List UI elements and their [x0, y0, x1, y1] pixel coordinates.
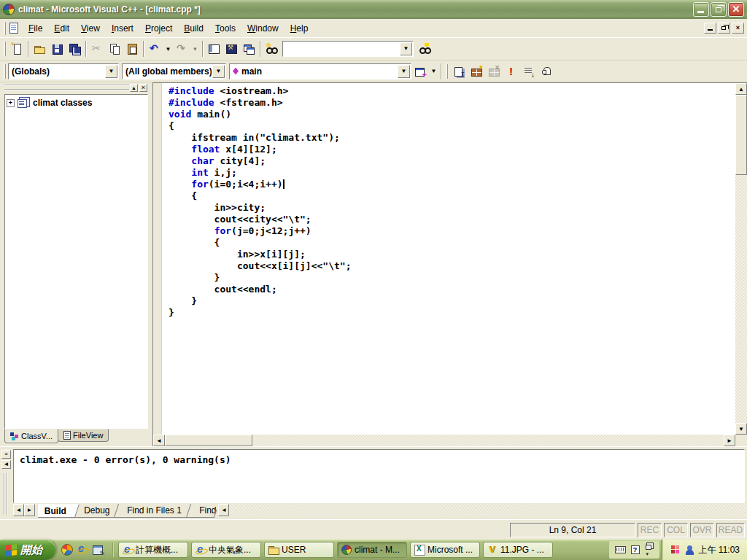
mdi-minimize-button[interactable] [704, 23, 716, 34]
output-close-button[interactable]: × [1, 450, 11, 459]
undo-dropdown[interactable]: ▼ [163, 40, 173, 58]
tab-fileview[interactable]: FileView [58, 429, 109, 442]
keyboard-icon[interactable] [615, 546, 626, 553]
classview-tree[interactable]: + climat classes [4, 94, 148, 429]
wizard-actions-button[interactable] [411, 63, 429, 80]
find-combobox[interactable]: ▼ [282, 41, 414, 57]
menu-tools[interactable]: Tools [209, 21, 241, 36]
workspace-button[interactable] [205, 40, 222, 58]
output-gripper[interactable] [4, 473, 8, 515]
app-icon[interactable] [3, 4, 15, 15]
copy-button[interactable] [106, 40, 123, 58]
workspace-gripper[interactable] [4, 85, 129, 90]
chevron-down-icon[interactable]: ▼ [398, 65, 410, 78]
scroll-left-button[interactable]: ◄ [218, 504, 229, 516]
function-combobox[interactable]: main ▼ [229, 63, 411, 79]
find-in-files-button[interactable] [263, 40, 280, 58]
build-button[interactable] [468, 63, 485, 80]
start-button[interactable]: 開始 [0, 540, 55, 560]
scrollbar-thumb[interactable] [165, 435, 252, 446]
cut-button[interactable] [88, 40, 106, 58]
undo-button[interactable] [146, 40, 163, 58]
scrollbar-track[interactable] [231, 504, 745, 516]
tab-scroll-right-button[interactable]: ► [24, 504, 35, 516]
taskbar-button-folder[interactable]: USER [264, 542, 334, 558]
compile-button[interactable] [450, 63, 468, 80]
stop-build-button[interactable] [485, 63, 503, 80]
help-icon[interactable]: ? [631, 545, 640, 554]
main-area: ▲ × + climat classes ClassV...FileView #… [0, 82, 747, 446]
chevron-down-icon[interactable]: ▼ [400, 42, 412, 55]
restore-button[interactable] [711, 2, 727, 17]
menubar-gripper[interactable] [4, 22, 6, 35]
msn-icon[interactable] [671, 545, 681, 555]
taskbar-button-vcpp[interactable]: climat - M... [337, 542, 407, 558]
output-window-button[interactable] [222, 40, 240, 58]
save-button[interactable] [48, 40, 66, 58]
scroll-down-button[interactable]: ▼ [735, 423, 747, 435]
selection-margin[interactable] [153, 83, 162, 435]
search-query-button[interactable] [416, 40, 433, 58]
mdi-close-button[interactable]: × [732, 23, 744, 34]
paste-button[interactable] [123, 40, 141, 58]
media-player-icon[interactable] [61, 544, 73, 556]
taskbar-button-internet-explorer[interactable]: 計算機概... [118, 542, 188, 558]
menu-edit[interactable]: Edit [48, 21, 75, 36]
new-file-button[interactable] [8, 40, 26, 58]
output-scrollbar: ◄ [217, 504, 745, 518]
toolbar-gripper[interactable] [4, 42, 6, 56]
document-icon[interactable] [9, 23, 18, 34]
menu-build[interactable]: Build [178, 21, 209, 36]
menu-items: FileEditViewInsertProjectBuildToolsWindo… [23, 21, 314, 36]
redo-icon [176, 43, 187, 55]
workspace-close-button[interactable]: × [139, 84, 147, 92]
output-collapse-button[interactable]: ◄ [1, 460, 11, 469]
output-tab-build[interactable]: Build [38, 504, 80, 518]
output-content[interactable]: climat.exe - 0 error(s), 0 warning(s) [13, 449, 745, 503]
redo-dropdown[interactable]: ▼ [190, 40, 200, 58]
wizardbar-gripper[interactable] [4, 64, 6, 79]
build-toolbar-gripper[interactable] [446, 64, 448, 79]
go-button[interactable] [520, 63, 538, 80]
chevron-down-icon[interactable]: ▼ [105, 65, 117, 78]
execute-program-button[interactable] [503, 63, 520, 80]
menu-help[interactable]: Help [285, 21, 314, 36]
internet-explorer-icon[interactable] [77, 544, 88, 556]
code-area[interactable]: #include <iostream.h>#include <fstream.h… [163, 83, 735, 435]
menu-project[interactable]: Project [139, 21, 178, 36]
show-desktop-icon[interactable] [92, 544, 104, 556]
scope-combobox[interactable]: (Globals) ▼ [8, 63, 119, 79]
save-all-button[interactable] [66, 40, 83, 58]
wizard-actions-dropdown[interactable]: ▼ [429, 63, 438, 80]
scrollbar-thumb[interactable] [735, 95, 747, 175]
tab-classview[interactable]: ClassV... [4, 429, 58, 443]
scroll-up-button[interactable]: ▲ [735, 83, 747, 95]
close-button[interactable]: ✕ [728, 2, 744, 17]
menu-file[interactable]: File [23, 21, 48, 36]
tree-expander[interactable]: + [7, 99, 15, 107]
tab-scroll-left-button[interactable]: ◄ [13, 504, 24, 516]
messenger-icon[interactable] [685, 545, 694, 555]
menu-view[interactable]: View [75, 21, 106, 36]
window-list-button[interactable] [240, 40, 258, 58]
redo-button[interactable] [173, 40, 190, 58]
toggle-breakpoint-button[interactable] [538, 63, 555, 80]
workspace-expand-button[interactable]: ▲ [130, 84, 138, 92]
scroll-right-button[interactable]: ► [724, 435, 735, 446]
restore-sm-icon[interactable] [645, 545, 654, 555]
scroll-left-button[interactable]: ◄ [153, 435, 165, 446]
output-tab-find-in-files-1[interactable]: Find in Files 1 [114, 504, 195, 518]
minimize-button[interactable] [693, 2, 709, 17]
output-tab-find[interactable]: Find [186, 504, 217, 518]
chevron-down-icon[interactable]: ▼ [212, 65, 225, 78]
mdi-restore-button[interactable] [718, 23, 730, 34]
menu-insert[interactable]: Insert [106, 21, 139, 36]
members-combobox[interactable]: (All global members) ▼ [122, 63, 226, 79]
open-button[interactable] [31, 40, 48, 58]
tree-item-climat-classes[interactable]: + climat classes [7, 98, 146, 108]
clock[interactable]: 上午 11:03 [699, 544, 740, 556]
menu-window[interactable]: Window [241, 21, 285, 36]
taskbar-button-excel[interactable]: Microsoft ... [410, 542, 480, 558]
taskbar-button-image[interactable]: 11.JPG - ... [483, 542, 553, 558]
taskbar-button-internet-explorer[interactable]: 中央氣象... [191, 542, 261, 558]
